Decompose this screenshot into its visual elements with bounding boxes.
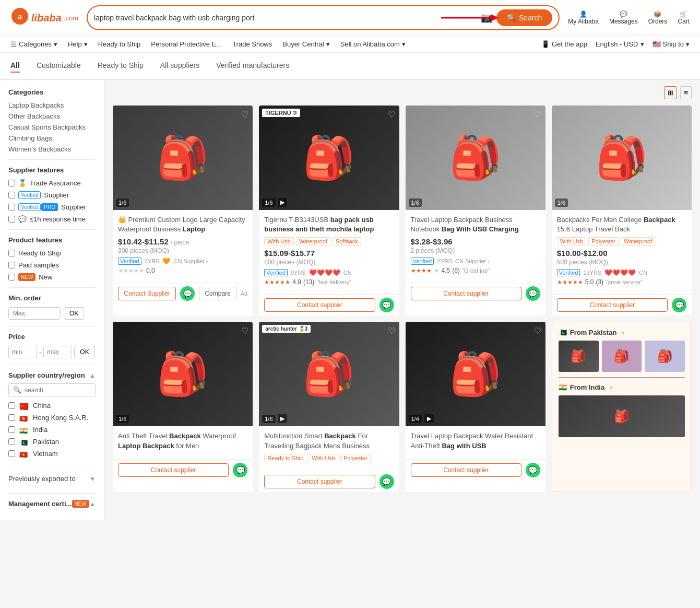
logo[interactable]: a libaba .com xyxy=(10,7,78,29)
product-card[interactable]: 🎒 1/6 ♡ 👑 Premium Custom Logo Large Capa… xyxy=(113,106,253,315)
chat-button[interactable]: 💬 xyxy=(180,286,195,301)
wishlist-icon[interactable]: ♡ xyxy=(388,110,395,120)
search-input[interactable] xyxy=(94,14,481,22)
messages-action[interactable]: 💬 Messages xyxy=(609,10,638,25)
supplier-feature-trade-assurance[interactable]: 🏅 Trade Assurance xyxy=(8,179,96,187)
country-hong-kong[interactable]: 🇭🇰 Hong Kong S.A.R. xyxy=(8,414,96,422)
supplier-feature-verified[interactable]: Verified Supplier xyxy=(8,191,96,199)
price-ok-button[interactable]: OK xyxy=(74,346,94,358)
contact-supplier-button[interactable]: Contact supplier xyxy=(411,287,521,300)
hong-kong-checkbox[interactable] xyxy=(8,414,15,421)
grid-view-button[interactable]: ⊞ xyxy=(664,86,677,99)
product-card[interactable]: 🎒 1/6 ♡ Anti Theft Travel Backpack Water… xyxy=(113,322,253,492)
supplier-feature-verified-pro[interactable]: Verified PRO Supplier xyxy=(8,203,96,211)
tab-customizable[interactable]: Customizable xyxy=(37,59,81,73)
product-feature-paid-samples[interactable]: Paid samples xyxy=(8,261,96,269)
contact-supplier-button[interactable]: Contact supplier xyxy=(118,463,229,477)
pakistan-product-2[interactable]: 🎒 xyxy=(602,341,642,372)
tab-all[interactable]: All xyxy=(10,59,20,73)
pakistan-product-3[interactable]: 🎒 xyxy=(645,341,685,372)
wishlist-icon[interactable]: ♡ xyxy=(534,326,541,336)
from-india-header[interactable]: 🇮🇳 From India › xyxy=(559,383,685,391)
wishlist-icon[interactable]: ♡ xyxy=(241,326,248,336)
nav-personal-protective[interactable]: Personal Protective E... xyxy=(151,40,222,48)
chat-button[interactable]: 💬 xyxy=(233,463,247,477)
nav-trade-shows[interactable]: Trade Shows xyxy=(232,40,272,48)
tab-verified-manufacturers[interactable]: Verified manufacturers xyxy=(216,59,289,73)
chat-button[interactable]: 💬 xyxy=(379,298,394,312)
product-card[interactable]: 🎒 1/4 ▶ ♡ Travel Laptop Backpack Water R… xyxy=(406,322,545,492)
ready-to-ship-checkbox[interactable] xyxy=(8,250,15,256)
wishlist-icon[interactable]: ♡ xyxy=(388,326,395,336)
china-checkbox[interactable] xyxy=(8,402,15,409)
sidebar-item-womens-backpacks[interactable]: Women's Backpacks xyxy=(8,145,96,153)
supplier-feature-response-time[interactable]: 💬 ≤1h response time xyxy=(8,215,96,223)
country-search[interactable]: 🔍 xyxy=(8,383,96,396)
response-time-checkbox[interactable] xyxy=(8,216,15,223)
country-china[interactable]: 🇨🇳 China xyxy=(8,402,96,410)
chat-button[interactable]: 💬 xyxy=(526,463,540,477)
new-checkbox[interactable] xyxy=(8,274,15,280)
sidebar-item-other-backpacks[interactable]: Other Backpacks xyxy=(8,112,96,120)
india-checkbox[interactable] xyxy=(8,426,15,433)
cart-action[interactable]: 🛒 Cart xyxy=(678,10,690,25)
nav-buyer-central[interactable]: Buyer Central ▾ xyxy=(282,40,329,48)
sidebar-item-casual-sports[interactable]: Casual Sports Backpacks xyxy=(8,123,96,131)
price-min-input[interactable] xyxy=(8,346,37,358)
contact-supplier-button[interactable]: Contact supplier xyxy=(264,298,375,312)
wishlist-icon[interactable]: ♡ xyxy=(680,110,687,120)
wishlist-icon[interactable]: ♡ xyxy=(241,110,248,120)
trade-assurance-checkbox[interactable] xyxy=(8,180,15,186)
rating-count: (13) xyxy=(303,278,314,286)
contact-supplier-button[interactable]: Contact Supplier xyxy=(118,287,176,300)
language-selector[interactable]: English - USD ▾ xyxy=(596,40,644,48)
country-india[interactable]: 🇮🇳 India xyxy=(8,426,96,434)
chat-button[interactable]: 💬 xyxy=(379,474,394,489)
list-view-button[interactable]: ≡ xyxy=(680,86,692,99)
product-feature-new[interactable]: NEW New xyxy=(8,273,96,281)
nav-categories[interactable]: ☰ Categories ▾ xyxy=(10,40,57,48)
country-search-input[interactable] xyxy=(25,387,91,394)
product-card[interactable]: 🎒 1/6 ♡ Travel Laptop Backpack Business … xyxy=(406,106,545,315)
pakistan-checkbox[interactable] xyxy=(8,438,15,445)
sidebar-item-laptop-backpacks[interactable]: Laptop Backpacks xyxy=(8,101,96,109)
tab-ready-to-ship[interactable]: Ready to Ship xyxy=(98,59,144,73)
chevron-up-icon[interactable]: ▲ xyxy=(89,372,96,379)
chevron-down-icon: ▾ xyxy=(326,40,330,48)
get-app[interactable]: 📱 Get the app xyxy=(541,40,587,48)
paid-samples-checkbox[interactable] xyxy=(8,262,15,268)
contact-supplier-button[interactable]: Contact supplier xyxy=(411,463,521,477)
price-max-input[interactable] xyxy=(43,346,72,358)
nav-ready-to-ship[interactable]: Ready to Ship xyxy=(98,40,141,48)
country-pakistan[interactable]: 🇵🇰 Pakistan xyxy=(8,438,96,446)
product-card[interactable]: 🎒 1/6 ▶ ♡ TIGERNU ® Tigernu T-B3143USB b… xyxy=(259,106,399,315)
verified-pro-checkbox[interactable] xyxy=(8,204,15,211)
contact-supplier-button[interactable]: Contact supplier xyxy=(557,298,668,312)
product-card[interactable]: 🎒 1/6 ▶ ♡ arctic hunter 🏅3 Multifunction… xyxy=(259,322,399,492)
chat-button[interactable]: 💬 xyxy=(526,286,540,301)
min-order-input[interactable] xyxy=(8,307,61,320)
country-vietnam[interactable]: 🇻🇳 Vietnam xyxy=(8,450,96,458)
pakistan-product-1[interactable]: 🎒 xyxy=(559,341,599,372)
india-product-1[interactable]: 🎒 xyxy=(559,395,685,437)
chat-button[interactable]: 💬 xyxy=(672,298,686,312)
wishlist-icon[interactable]: ♡ xyxy=(534,110,541,120)
product-feature-ready-to-ship[interactable]: Ready to Ship xyxy=(8,249,96,257)
compare-button[interactable]: Compare xyxy=(199,287,236,300)
vietnam-checkbox[interactable] xyxy=(8,450,15,457)
chevron-up-icon[interactable]: ▲ xyxy=(89,500,96,508)
contact-supplier-button[interactable]: Contact supplier xyxy=(264,475,375,488)
orders-action[interactable]: 📦 Orders xyxy=(648,10,668,25)
my-alibaba-action[interactable]: 👤 My Alibaba xyxy=(568,10,599,25)
from-pakistan-header[interactable]: 🇵🇰 From Pakistan › xyxy=(559,329,685,336)
nav-sell-on-alibaba[interactable]: Sell on Alibaba.com ▾ xyxy=(340,40,406,48)
product-card[interactable]: 🎒 1/6 ♡ Backpacks For Men College Backpa… xyxy=(552,106,692,315)
ship-to[interactable]: 🇺🇸 Ship to ▾ xyxy=(652,40,690,48)
previously-exported[interactable]: Previously exported to ▼ xyxy=(8,471,96,487)
verified-supplier-checkbox[interactable] xyxy=(8,192,15,198)
sidebar-item-climbing-bags[interactable]: Climbing Bags xyxy=(8,134,96,142)
nav-help[interactable]: Help ▾ xyxy=(68,40,88,48)
min-order-ok-button[interactable]: OK xyxy=(64,307,84,320)
search-button[interactable]: 🔍 Search xyxy=(496,9,552,26)
tab-all-suppliers[interactable]: All suppliers xyxy=(160,59,199,73)
